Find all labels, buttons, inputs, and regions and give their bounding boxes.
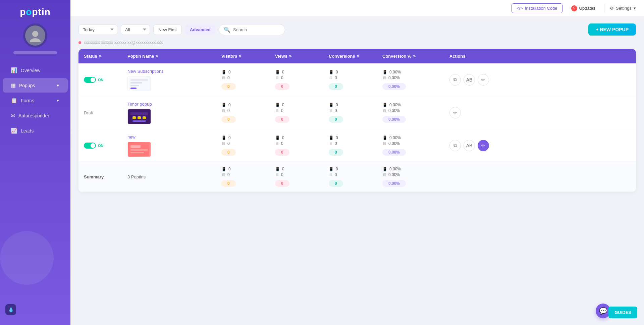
forms-arrow-icon: ▼ xyxy=(56,99,60,103)
sidebar-item-autoresponder[interactable]: ✉ Autoresponder xyxy=(3,108,68,123)
toggle-on-row3[interactable] xyxy=(84,143,96,149)
svg-rect-12 xyxy=(132,120,146,122)
settings-icon: ⚙ xyxy=(610,6,614,11)
th-conversion-pct-sort-icon[interactable]: ⇅ xyxy=(413,54,416,58)
search-input[interactable] xyxy=(233,27,280,32)
th-conversion-pct: Conversion % ⇅ xyxy=(377,54,444,59)
summary-desktop-visitors-icon: 🖥 xyxy=(221,172,225,177)
summary-label: Summary xyxy=(84,174,104,179)
mobile-conv-row2: 0 xyxy=(336,103,338,107)
edit-button-row2[interactable]: ✏ xyxy=(449,107,461,118)
sidebar-item-forms[interactable]: 📋 Forms ▼ xyxy=(3,93,68,108)
th-status-sort-icon[interactable]: ⇅ xyxy=(99,54,101,58)
conversions-cell-row2: 📱0 🖥0 0 xyxy=(323,103,377,123)
summary-total-conv: 0 xyxy=(329,180,343,187)
th-visitors-sort-icon[interactable]: ⇅ xyxy=(238,54,241,58)
install-code-button[interactable]: </> Installation Code xyxy=(512,3,562,13)
conv-pct-cell-row1: 📱0.00% 🖥0.00% 0.00% xyxy=(377,70,444,90)
summary-row: Summary 3 Poptins 📱0 🖥0 0 📱0 🖥0 0 📱0 xyxy=(78,162,636,192)
leads-icon: 📈 xyxy=(11,127,17,134)
desktop-views-row3: 0 xyxy=(281,141,283,146)
mobile-conv-icon-row3: 📱 xyxy=(329,136,334,140)
sidebar-item-popups[interactable]: ▦ Popups ▼ xyxy=(3,78,68,93)
new-first-button[interactable]: New First xyxy=(153,24,182,35)
filters-bar: Today Yesterday Last 7 days Last 30 days… xyxy=(78,23,636,36)
date-filter-select[interactable]: Today Yesterday Last 7 days Last 30 days xyxy=(78,24,117,35)
sidebar: poptin 📊 Overview ▦ Popups ▼ 📋 Forms ▼ ✉… xyxy=(0,0,70,325)
desktop-conv-row3: 0 xyxy=(335,141,337,146)
svg-rect-6 xyxy=(130,88,137,89)
copy-button-row1[interactable]: ⧉ xyxy=(449,74,461,86)
th-conversions-sort-icon[interactable]: ⇅ xyxy=(357,54,359,58)
desktop-conv-row1: 0 xyxy=(335,75,337,80)
th-name-label: Poptin Name xyxy=(127,54,154,59)
th-name-sort-icon[interactable]: ⇅ xyxy=(155,54,158,58)
mobile-pct-row3: 0.00% xyxy=(389,136,401,140)
sidebar-item-overview[interactable]: 📊 Overview xyxy=(3,63,68,77)
ab-test-button-row1[interactable]: AB xyxy=(464,74,475,86)
forms-icon: 📋 xyxy=(11,97,17,104)
visitors-cell-row2: 📱0 🖥0 0 xyxy=(216,103,270,123)
summary-mobile-visitors-icon: 📱 xyxy=(221,167,226,171)
edit-button-row1[interactable]: ✏ xyxy=(478,74,489,86)
summary-label-cell: Summary xyxy=(78,174,122,180)
desktop-pct-icon-row1: 🖥 xyxy=(382,75,386,80)
copy-button-row3[interactable]: ⧉ xyxy=(449,140,461,151)
th-name: Poptin Name ⇅ xyxy=(122,54,216,59)
toggle-on-row1[interactable] xyxy=(84,77,96,83)
updates-label: Updates xyxy=(579,6,595,11)
summary-mobile-pct-icon: 📱 xyxy=(382,167,387,171)
poptin-name-link-row3[interactable]: new xyxy=(127,134,136,140)
sidebar-decoration xyxy=(0,231,54,285)
desktop-views-row1: 0 xyxy=(281,75,283,80)
guides-label: GUIDES xyxy=(614,310,631,315)
total-pct-pill-row3: 0.00% xyxy=(382,149,406,156)
total-conv-pill-row3: 0 xyxy=(329,149,343,156)
advanced-button[interactable]: Advanced xyxy=(185,25,215,35)
summary-desktop-pct-icon: 🖥 xyxy=(382,172,386,177)
poptin-thumb-row1 xyxy=(127,76,151,91)
new-popup-button[interactable]: + NEW POPUP xyxy=(588,23,636,36)
settings-button[interactable]: ⚙ Settings ▾ xyxy=(610,6,636,11)
conversions-cell-row3: 📱0 🖥0 0 xyxy=(323,136,377,156)
autoresponder-icon: ✉ xyxy=(11,112,15,119)
mobile-pct-icon-row3: 📱 xyxy=(382,136,387,140)
mobile-conv-icon-row2: 📱 xyxy=(329,103,334,107)
total-conv-pill-row2: 0 xyxy=(329,116,343,123)
sidebar-item-popups-label: Popups xyxy=(19,83,35,88)
summary-mobile-conv-icon: 📱 xyxy=(329,167,334,171)
total-pct-pill-row2: 0.00% xyxy=(382,116,406,123)
th-conversion-pct-label: Conversion % xyxy=(382,54,412,59)
name-cell-row1: New Subscriptions xyxy=(122,68,216,91)
edit-button-row3[interactable]: ✏ xyxy=(478,140,489,151)
sidebar-item-leads[interactable]: 📈 Leads xyxy=(3,123,68,138)
summary-mobile-pct: 0.00% xyxy=(389,167,401,171)
desktop-pct-row2: 0.00% xyxy=(388,108,400,113)
ab-test-button-row3[interactable]: AB xyxy=(464,140,475,151)
poptin-name-link-row2[interactable]: Timor popup xyxy=(127,102,152,107)
sidebar-footer-water-icon[interactable]: 💧 xyxy=(5,304,16,315)
mobile-conv-icon-row1: 📱 xyxy=(329,70,334,74)
thumb-img-row2 xyxy=(128,109,151,124)
desktop-conv-icon-row3: 🖥 xyxy=(329,141,333,146)
views-cell-row3: 📱0 🖥0 0 xyxy=(270,136,323,156)
total-visitors-pill-row1: 0 xyxy=(221,83,236,90)
poptin-name-link-row1[interactable]: New Subscriptions xyxy=(127,69,164,74)
action-buttons-row3: ⧉ AB ✏ xyxy=(449,140,499,151)
svg-rect-4 xyxy=(130,82,142,84)
summary-total-views: 0 xyxy=(275,180,289,187)
actions-cell-row3: ⧉ AB ✏ xyxy=(444,140,504,151)
total-views-pill-row1: 0 xyxy=(275,83,289,90)
updates-button[interactable]: 5 Updates xyxy=(568,4,599,13)
svg-rect-5 xyxy=(130,85,139,86)
new-first-label: New First xyxy=(158,27,177,32)
install-code-label: Installation Code xyxy=(525,6,557,11)
summary-visitors-cell: 📱0 🖥0 0 xyxy=(216,167,270,187)
guides-button[interactable]: GUIDES xyxy=(608,307,637,318)
mobile-pct-row1: 0.00% xyxy=(389,70,401,74)
th-views-sort-icon[interactable]: ⇅ xyxy=(289,54,291,58)
table-row: ON New Subscriptions xyxy=(78,63,636,96)
th-conversions-label: Conversions xyxy=(329,54,355,59)
mobile-pct-icon-row1: 📱 xyxy=(382,70,387,74)
type-filter-select[interactable]: All Popup Sidebar Bar xyxy=(121,24,150,35)
